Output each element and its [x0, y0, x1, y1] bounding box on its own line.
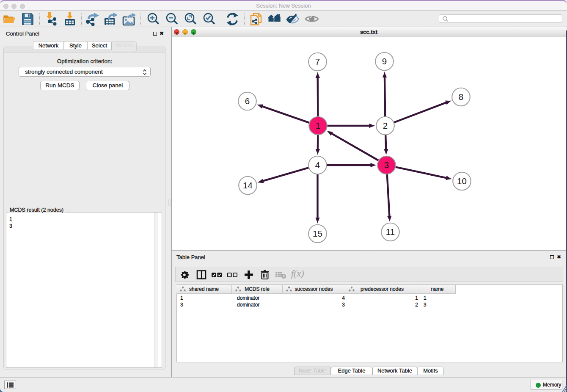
svg-text:1: 1	[316, 121, 320, 130]
svg-text:15: 15	[313, 229, 322, 238]
svg-text:4: 4	[315, 160, 320, 170]
svg-text:7: 7	[315, 57, 320, 66]
svg-text:8: 8	[459, 92, 463, 102]
svg-text:3: 3	[384, 160, 389, 170]
svg-text:2: 2	[383, 121, 388, 130]
svg-text:14: 14	[243, 180, 253, 190]
svg-text:6: 6	[245, 96, 250, 106]
svg-text:10: 10	[457, 176, 467, 186]
svg-text:9: 9	[382, 56, 387, 66]
svg-text:11: 11	[386, 227, 395, 237]
